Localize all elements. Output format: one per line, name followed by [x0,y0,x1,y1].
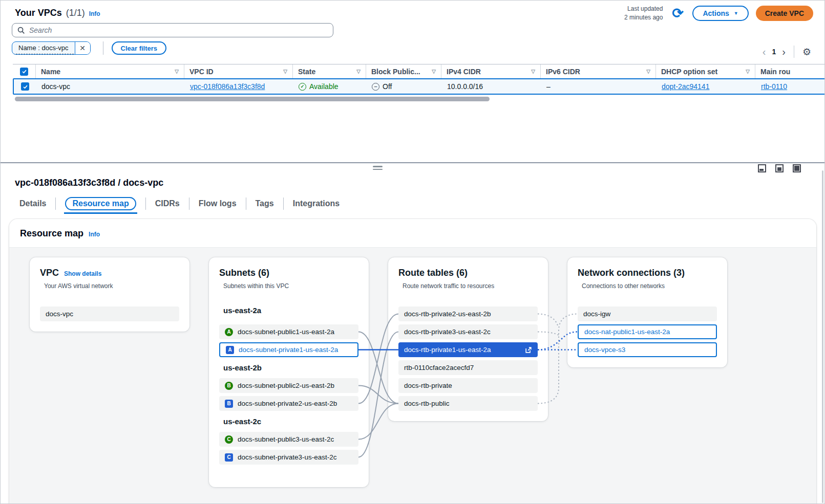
vpc-card: VPC Show details Your AWS virtual networ… [30,257,189,332]
filter-chip-label[interactable]: Name : docs-vpc [13,42,74,54]
next-page-icon[interactable]: › [782,47,786,57]
main-route-link[interactable]: rtb-0110 [761,82,787,91]
subnet-node[interactable]: C docs-subnet-private3-us-east-2c [219,450,358,465]
window-scrollbar[interactable] [822,170,823,503]
checkbox-checked-icon[interactable] [21,82,29,91]
panel-full-icon[interactable] [793,164,801,172]
az-header: us-east-2c [223,417,261,426]
route-table-node[interactable]: docs-rtb-private [398,378,538,393]
az-c-public-badge: C [225,435,233,444]
az-b-public-badge: B [225,382,233,390]
route-tables-card-subtitle: Route network traffic to resources [398,282,538,290]
route-tables-card-title: Route tables (6) [398,268,468,278]
create-vpc-button[interactable]: Create VPC [756,6,813,21]
route-table-node[interactable]: docs-rtb-public [398,396,538,411]
info-link[interactable]: Info [89,10,100,17]
tab-bar: Details Resource map CIDRs Flow logs Tag… [19,195,340,212]
filter-row: Name : docs-vpc ✕ Clear filters [12,41,166,55]
split-drag-handle[interactable] [373,166,383,171]
col-header-block-public[interactable]: Block Public...▽ [366,64,441,79]
info-link[interactable]: Info [89,231,100,238]
sort-icon[interactable]: ▽ [356,69,361,74]
az-b-private-badge: B [225,400,233,408]
subnet-node[interactable]: B docs-subnet-private2-us-east-2b [219,396,358,411]
col-header-ipv4[interactable]: IPv4 CIDR▽ [441,64,540,79]
vpc-card-subtitle: Your AWS virtual network [40,282,179,290]
col-header-name[interactable]: Name▽ [35,64,184,79]
cell-ipv4: 10.0.0.0/16 [442,82,541,91]
nat-gateway-node[interactable]: docs-nat-public1-us-east-2a [578,324,717,339]
sort-icon[interactable]: ▽ [646,69,650,74]
remove-filter-icon[interactable]: ✕ [75,41,90,55]
panel-side-icon[interactable] [775,164,784,172]
search-input[interactable] [29,26,328,34]
cell-name: docs-vpc [36,82,185,91]
external-link-icon[interactable] [525,346,532,354]
detail-title: vpc-018f086a13f3c3f8d / docs-vpc [15,178,163,188]
tab-cidrs[interactable]: CIDRs [155,199,180,208]
horizontal-scrollbar[interactable] [15,97,490,101]
panel-bottom-icon[interactable] [758,164,766,172]
vpc-card-title: VPC [40,268,59,278]
tab-resource-map[interactable]: Resource map [65,197,136,210]
gear-icon[interactable]: ⚙ [802,46,811,58]
vpc-endpoint-node[interactable]: docs-vpce-s3 [578,342,717,357]
subnets-card: Subnets (6) Subnets within this VPC us-e… [209,257,369,487]
col-header-main-route[interactable]: Main rou [755,64,825,79]
tab-flow-logs[interactable]: Flow logs [199,199,237,208]
cell-main-route: rtb-0110 [756,82,825,91]
tab-tags[interactable]: Tags [256,199,274,208]
az-header: us-east-2b [223,363,262,372]
col-header-ipv6[interactable]: IPv6 CIDR▽ [540,64,655,79]
sort-icon[interactable]: ▽ [283,69,287,74]
sort-icon[interactable]: ▽ [175,69,179,74]
col-header-state[interactable]: State▽ [292,64,366,79]
tab-integrations[interactable]: Integrations [293,199,340,208]
col-header-vpc-id[interactable]: VPC ID▽ [184,64,292,79]
subnet-node[interactable]: B docs-subnet-public2-us-east-2b [219,378,358,393]
divider [145,198,146,210]
route-table-node[interactable]: docs-rtb-private2-us-east-2b [398,306,538,321]
subnets-card-subtitle: Subnets within this VPC [219,282,358,290]
select-all-checkbox[interactable] [13,64,35,79]
status-available-icon: ✓ [299,83,306,91]
sort-icon[interactable]: ▽ [531,69,535,74]
status-badge: Available [309,82,339,91]
prev-page-icon[interactable]: ‹ [763,47,766,57]
divider [103,41,103,55]
checkbox-checked-icon[interactable] [20,68,28,76]
route-table-node-selected[interactable]: docs-rtb-private1-us-east-2a [398,342,538,357]
pagination: ‹ 1 › ⚙ [763,46,811,58]
route-table-node[interactable]: docs-rtb-private3-us-east-2c [398,324,538,339]
col-header-dhcp[interactable]: DHCP option set▽ [655,64,755,79]
current-page[interactable]: 1 [772,48,776,56]
sort-icon[interactable]: ▽ [432,69,436,74]
subnet-node[interactable]: A docs-subnet-public1-us-east-2a [219,324,358,339]
dhcp-link[interactable]: dopt-2ac94141 [662,82,709,91]
row-checkbox[interactable] [14,82,36,91]
network-connections-card: Network connections (3) Connections to o… [567,257,727,367]
panel-layout-buttons [758,164,801,172]
sort-icon[interactable]: ▽ [746,69,750,74]
off-icon: – [372,83,379,91]
filter-chip[interactable]: Name : docs-vpc ✕ [12,41,91,55]
network-connections-card-subtitle: Connections to other networks [578,282,717,290]
table-row[interactable]: docs-vpc vpc-018f086a13f3c3f8d ✓ Availab… [13,78,825,95]
vpc-node[interactable]: docs-vpc [40,306,179,321]
vpc-id-link[interactable]: vpc-018f086a13f3c3f8d [190,82,265,91]
tab-details[interactable]: Details [19,199,46,208]
search-box[interactable] [12,23,333,37]
clear-filters-button[interactable]: Clear filters [112,41,167,55]
subnet-node[interactable]: C docs-subnet-public3-us-east-2c [219,432,358,447]
igw-node[interactable]: docs-igw [578,306,717,321]
actions-button[interactable]: Actions ▼ [692,6,748,21]
subnet-node-selected[interactable]: A docs-subnet-private1-us-east-2a [219,342,358,357]
show-details-link[interactable]: Show details [64,270,101,277]
az-a-public-badge: A [225,328,233,336]
route-table-node[interactable]: rtb-0110cface2acecfd7 [398,360,538,375]
refresh-icon[interactable]: ⟳ [670,6,685,21]
resource-map-container: Resource map Info VPC Show details Your … [9,219,816,504]
az-c-private-badge: C [225,453,233,462]
divider [794,46,794,58]
subnets-card-title: Subnets (6) [219,268,269,278]
